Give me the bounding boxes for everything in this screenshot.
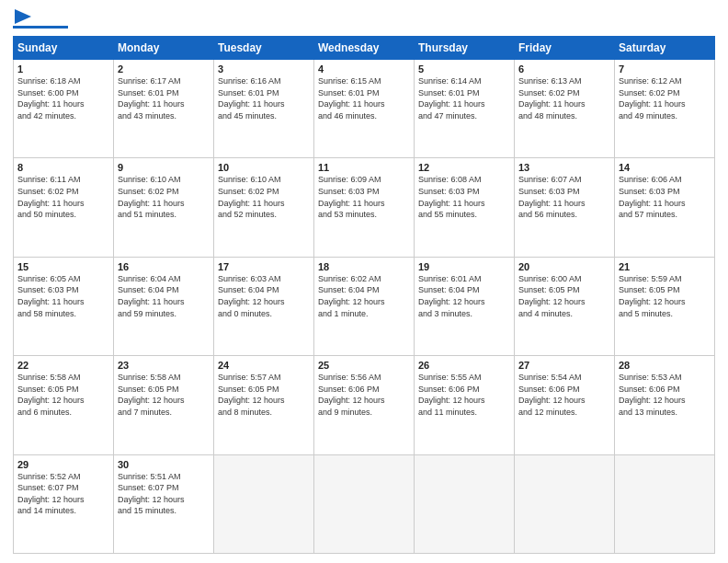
calendar-cell: 19Sunrise: 6:01 AM Sunset: 6:04 PM Dayli…	[415, 257, 515, 355]
day-number: 19	[418, 261, 510, 272]
day-number: 4	[318, 63, 410, 75]
day-info: Sunrise: 5:56 AM Sunset: 6:06 PM Dayligh…	[318, 372, 410, 418]
calendar-cell: 17Sunrise: 6:03 AM Sunset: 6:04 PM Dayli…	[214, 257, 314, 355]
day-info: Sunrise: 6:14 AM Sunset: 6:01 PM Dayligh…	[418, 75, 510, 121]
calendar-day-header: Saturday	[615, 37, 715, 60]
calendar-cell: 29Sunrise: 5:52 AM Sunset: 6:07 PM Dayli…	[14, 454, 114, 553]
day-info: Sunrise: 5:55 AM Sunset: 6:06 PM Dayligh…	[418, 372, 510, 418]
day-info: Sunrise: 6:06 AM Sunset: 6:03 PM Dayligh…	[619, 174, 711, 220]
day-info: Sunrise: 5:58 AM Sunset: 6:05 PM Dayligh…	[118, 372, 210, 418]
calendar-day-header: Friday	[515, 37, 615, 60]
logo-underline	[13, 26, 68, 29]
day-number: 5	[418, 63, 510, 75]
day-info: Sunrise: 5:54 AM Sunset: 6:06 PM Dayligh…	[518, 372, 610, 418]
day-info: Sunrise: 6:08 AM Sunset: 6:03 PM Dayligh…	[418, 174, 510, 220]
calendar-cell: 8Sunrise: 6:11 AM Sunset: 6:02 PM Daylig…	[14, 158, 114, 257]
day-number: 11	[318, 162, 410, 173]
day-info: Sunrise: 5:58 AM Sunset: 6:05 PM Dayligh…	[17, 372, 109, 418]
calendar-cell	[515, 454, 615, 553]
day-info: Sunrise: 6:00 AM Sunset: 6:05 PM Dayligh…	[518, 273, 610, 319]
day-info: Sunrise: 6:16 AM Sunset: 6:01 PM Dayligh…	[218, 75, 310, 121]
calendar-cell: 2Sunrise: 6:17 AM Sunset: 6:01 PM Daylig…	[114, 60, 214, 158]
day-info: Sunrise: 6:07 AM Sunset: 6:03 PM Dayligh…	[518, 174, 610, 220]
day-info: Sunrise: 6:10 AM Sunset: 6:02 PM Dayligh…	[118, 174, 210, 220]
calendar-day-header: Tuesday	[214, 37, 314, 60]
day-number: 28	[619, 360, 711, 371]
day-number: 8	[17, 162, 109, 173]
day-number: 6	[518, 63, 610, 75]
logo-image	[13, 9, 68, 29]
page: SundayMondayTuesdayWednesdayThursdayFrid…	[0, 0, 728, 563]
calendar-day-header: Thursday	[415, 37, 515, 60]
day-number: 29	[17, 459, 109, 470]
day-number: 17	[218, 261, 310, 272]
day-number: 13	[518, 162, 610, 173]
calendar-cell: 7Sunrise: 6:12 AM Sunset: 6:02 PM Daylig…	[615, 60, 715, 158]
calendar-cell: 18Sunrise: 6:02 AM Sunset: 6:04 PM Dayli…	[314, 257, 415, 355]
calendar-cell: 14Sunrise: 6:06 AM Sunset: 6:03 PM Dayli…	[615, 158, 715, 257]
day-info: Sunrise: 6:04 AM Sunset: 6:04 PM Dayligh…	[118, 273, 210, 319]
calendar-header-row: SundayMondayTuesdayWednesdayThursdayFrid…	[14, 37, 715, 60]
calendar-week-row: 29Sunrise: 5:52 AM Sunset: 6:07 PM Dayli…	[14, 454, 715, 553]
calendar-cell: 24Sunrise: 5:57 AM Sunset: 6:05 PM Dayli…	[214, 356, 314, 454]
day-number: 16	[118, 261, 210, 272]
day-number: 9	[118, 162, 210, 173]
day-info: Sunrise: 5:53 AM Sunset: 6:06 PM Dayligh…	[619, 372, 711, 418]
calendar-cell: 11Sunrise: 6:09 AM Sunset: 6:03 PM Dayli…	[314, 158, 415, 257]
day-info: Sunrise: 6:10 AM Sunset: 6:02 PM Dayligh…	[218, 174, 310, 220]
day-number: 3	[218, 63, 310, 75]
day-info: Sunrise: 6:05 AM Sunset: 6:03 PM Dayligh…	[17, 273, 109, 319]
day-info: Sunrise: 6:03 AM Sunset: 6:04 PM Dayligh…	[218, 273, 310, 319]
day-number: 7	[619, 63, 711, 75]
calendar-cell: 30Sunrise: 5:51 AM Sunset: 6:07 PM Dayli…	[114, 454, 214, 553]
day-info: Sunrise: 6:01 AM Sunset: 6:04 PM Dayligh…	[418, 273, 510, 319]
calendar-cell	[415, 454, 515, 553]
calendar-cell: 21Sunrise: 5:59 AM Sunset: 6:05 PM Dayli…	[615, 257, 715, 355]
day-number: 10	[218, 162, 310, 173]
calendar-week-row: 15Sunrise: 6:05 AM Sunset: 6:03 PM Dayli…	[14, 257, 715, 355]
day-info: Sunrise: 5:52 AM Sunset: 6:07 PM Dayligh…	[17, 471, 109, 517]
day-info: Sunrise: 6:17 AM Sunset: 6:01 PM Dayligh…	[118, 75, 210, 121]
calendar-cell: 1Sunrise: 6:18 AM Sunset: 6:00 PM Daylig…	[14, 60, 114, 158]
day-info: Sunrise: 6:18 AM Sunset: 6:00 PM Dayligh…	[17, 75, 109, 121]
calendar-cell: 16Sunrise: 6:04 AM Sunset: 6:04 PM Dayli…	[114, 257, 214, 355]
calendar-cell: 4Sunrise: 6:15 AM Sunset: 6:01 PM Daylig…	[314, 60, 415, 158]
calendar-day-header: Wednesday	[314, 37, 415, 60]
day-info: Sunrise: 6:12 AM Sunset: 6:02 PM Dayligh…	[619, 75, 711, 121]
calendar-cell: 10Sunrise: 6:10 AM Sunset: 6:02 PM Dayli…	[214, 158, 314, 257]
calendar-cell: 12Sunrise: 6:08 AM Sunset: 6:03 PM Dayli…	[415, 158, 515, 257]
day-number: 23	[118, 360, 210, 371]
calendar-day-header: Monday	[114, 37, 214, 60]
day-info: Sunrise: 6:11 AM Sunset: 6:02 PM Dayligh…	[17, 174, 109, 220]
calendar-week-row: 8Sunrise: 6:11 AM Sunset: 6:02 PM Daylig…	[14, 158, 715, 257]
day-number: 2	[118, 63, 210, 75]
calendar-cell: 20Sunrise: 6:00 AM Sunset: 6:05 PM Dayli…	[515, 257, 615, 355]
day-number: 20	[518, 261, 610, 272]
calendar-cell: 15Sunrise: 6:05 AM Sunset: 6:03 PM Dayli…	[14, 257, 114, 355]
calendar-cell: 28Sunrise: 5:53 AM Sunset: 6:06 PM Dayli…	[615, 356, 715, 454]
day-info: Sunrise: 6:02 AM Sunset: 6:04 PM Dayligh…	[318, 273, 410, 319]
calendar-cell: 23Sunrise: 5:58 AM Sunset: 6:05 PM Dayli…	[114, 356, 214, 454]
day-number: 27	[518, 360, 610, 371]
calendar-cell: 9Sunrise: 6:10 AM Sunset: 6:02 PM Daylig…	[114, 158, 214, 257]
calendar-cell: 3Sunrise: 6:16 AM Sunset: 6:01 PM Daylig…	[214, 60, 314, 158]
calendar-cell: 26Sunrise: 5:55 AM Sunset: 6:06 PM Dayli…	[415, 356, 515, 454]
day-info: Sunrise: 6:13 AM Sunset: 6:02 PM Dayligh…	[518, 75, 610, 121]
calendar-cell: 25Sunrise: 5:56 AM Sunset: 6:06 PM Dayli…	[314, 356, 415, 454]
day-info: Sunrise: 6:09 AM Sunset: 6:03 PM Dayligh…	[318, 174, 410, 220]
logo-arrow-icon	[15, 9, 31, 24]
logo-bottom-text	[13, 9, 68, 24]
calendar-cell: 22Sunrise: 5:58 AM Sunset: 6:05 PM Dayli…	[14, 356, 114, 454]
calendar-week-row: 22Sunrise: 5:58 AM Sunset: 6:05 PM Dayli…	[14, 356, 715, 454]
header	[13, 9, 715, 29]
day-number: 21	[619, 261, 711, 272]
day-info: Sunrise: 6:15 AM Sunset: 6:01 PM Dayligh…	[318, 75, 410, 121]
day-number: 15	[17, 261, 109, 272]
day-number: 24	[218, 360, 310, 371]
calendar-cell: 13Sunrise: 6:07 AM Sunset: 6:03 PM Dayli…	[515, 158, 615, 257]
day-number: 25	[318, 360, 410, 371]
calendar-cell: 6Sunrise: 6:13 AM Sunset: 6:02 PM Daylig…	[515, 60, 615, 158]
calendar-cell	[214, 454, 314, 553]
day-info: Sunrise: 5:57 AM Sunset: 6:05 PM Dayligh…	[218, 372, 310, 418]
calendar-week-row: 1Sunrise: 6:18 AM Sunset: 6:00 PM Daylig…	[14, 60, 715, 158]
